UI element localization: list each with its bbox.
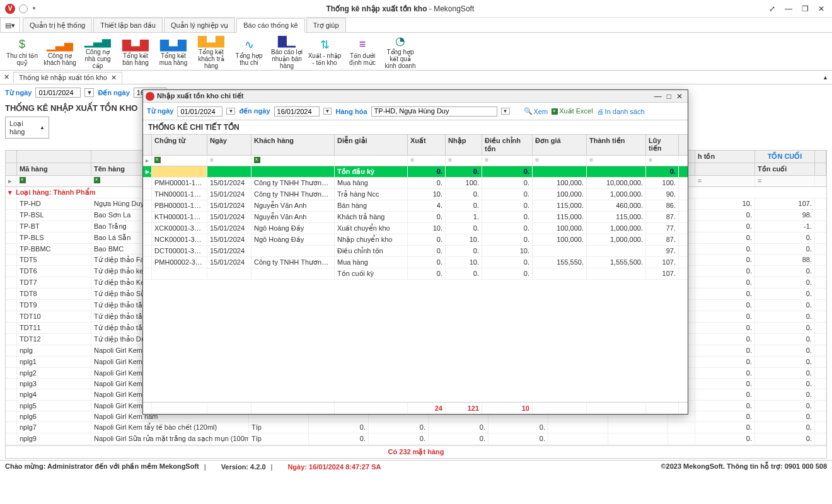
- excel-filter-icon[interactable]: [254, 157, 260, 163]
- ribbon-button[interactable]: ▇▃▇Tổng kết khách trả hàng: [193, 32, 229, 71]
- group-by-selector[interactable]: Loại hàng▲: [5, 117, 49, 139]
- ribbon-button[interactable]: ▇▃▇Tổng kết mua hàng: [155, 36, 192, 67]
- detail-from-input[interactable]: [177, 106, 222, 117]
- excel-icon: [552, 108, 558, 115]
- ribbon-label: Tổng kết bán hàng: [118, 52, 153, 66]
- menu-tab[interactable]: Quản trị hệ thống: [23, 18, 92, 32]
- ribbon-button[interactable]: ▁▃▅Công nợ khách hàng: [42, 36, 78, 67]
- chevron-up-icon: ▲: [40, 125, 45, 130]
- ribbon-icon: ∿: [232, 37, 266, 52]
- ribbon-icon: ⇅: [308, 37, 342, 52]
- from-date-input[interactable]: [35, 88, 81, 98]
- table-row[interactable]: nplg9Napoli Girl Sữa rửa mặt trắng da sạ…: [6, 433, 826, 445]
- detail-minimize-icon[interactable]: —: [652, 92, 664, 101]
- detail-grid-filter[interactable]: ▸ = === ===: [143, 156, 688, 166]
- ribbon-button[interactable]: ∿Tổng hợp thu chi: [231, 36, 267, 67]
- search-icon: 🔍: [524, 107, 533, 115]
- detail-close-icon[interactable]: ✕: [674, 92, 685, 101]
- ribbon-icon: ▁▃▅: [81, 33, 115, 49]
- print-button[interactable]: 🖨In danh sách: [597, 108, 645, 115]
- ribbon-icon: ◔: [383, 33, 417, 49]
- ribbon-icon: ▇▃▇: [118, 37, 153, 52]
- tab-overflow-icon[interactable]: ▲: [823, 74, 828, 81]
- menu-tab[interactable]: Thiết lập ban đầu: [93, 18, 163, 32]
- dcol-n[interactable]: Nhập: [446, 135, 482, 155]
- chevron-down-icon[interactable]: ▼: [32, 6, 37, 11]
- to-date-label: Đến ngày: [98, 89, 129, 97]
- close-icon[interactable]: ✕: [816, 3, 827, 14]
- detail-to-input[interactable]: [274, 106, 320, 117]
- menu-bar: ▤▾ Quản trị hệ thốngThiết lập ban đầuQuả…: [0, 18, 832, 33]
- col-tonkho-group[interactable]: h tồn: [695, 151, 755, 163]
- status-bar: Chào mừng: Administrator đến với phần mề…: [0, 460, 832, 472]
- ribbon-icon: ≡: [345, 37, 379, 52]
- excel-filter-icon[interactable]: [154, 157, 161, 163]
- detail-row[interactable]: PMH00002-3008...15/01/2024Công ty TNHH T…: [143, 257, 688, 268]
- from-date-dropdown-icon[interactable]: ▼: [84, 88, 94, 97]
- minimize-icon[interactable]: —: [782, 3, 795, 14]
- col-toncuoi[interactable]: Tồn cuối: [755, 163, 815, 175]
- dcol-kh[interactable]: Khách hàng: [251, 135, 335, 155]
- col-ma[interactable]: Mã hàng: [17, 163, 91, 175]
- window-titlebar: V ▼ Thống kê nhập xuất tồn kho - MekongS…: [0, 0, 832, 18]
- collapse-ribbon-icon[interactable]: ⤢: [766, 3, 778, 14]
- export-excel-button[interactable]: Xuất Excel: [552, 107, 592, 115]
- menu-tab[interactable]: Báo cáo thống kê: [236, 18, 305, 33]
- dcol-ct[interactable]: Chứng từ: [152, 135, 207, 155]
- view-button[interactable]: 🔍Xem: [524, 107, 548, 115]
- detail-row[interactable]: DCT00001-300...15/01/2024Điều chỉnh tồn0…: [143, 246, 688, 257]
- detail-row[interactable]: PBH00001-1907...15/01/2024Nguyễn Văn Anh…: [143, 200, 688, 212]
- from-date-label: Từ ngày: [5, 89, 32, 97]
- tab-close-icon[interactable]: ✕: [111, 74, 117, 81]
- ribbon-button[interactable]: ▇▁Báo cáo lợi nhuận bán hàng: [269, 32, 305, 71]
- quick-access-icon[interactable]: [19, 4, 28, 13]
- detail-row[interactable]: THN00001-1907...15/01/2024Công ty TNHH T…: [143, 189, 688, 200]
- detail-title: Nhập xuất tồn kho chi tiết: [157, 92, 652, 100]
- ribbon-button[interactable]: ≡Tồn dưới định mức: [344, 36, 381, 67]
- status-welcome: Chào mừng: Administrator đến với phần mề…: [5, 462, 199, 471]
- ribbon-label: Thu chi tồn quỹ: [5, 52, 39, 66]
- window-title: Thống kê nhập xuất tồn kho - MekongSoft: [37, 4, 764, 13]
- dcol-ng[interactable]: Ngày: [207, 135, 251, 155]
- dcol-dc[interactable]: Điều chỉnh tồn: [482, 135, 533, 155]
- detail-row[interactable]: NCK00001-3008...15/01/2024Ngô Hoàng ĐầyN…: [143, 234, 688, 246]
- ribbon-button[interactable]: ▇▃▇Tổng kết bán hàng: [117, 36, 154, 67]
- detail-grid-total: 24 121 10: [143, 402, 688, 414]
- ribbon-button[interactable]: ⇅Xuất - nhập - tồn kho: [306, 36, 343, 67]
- dcol-don[interactable]: Đơn giá: [533, 135, 587, 155]
- ribbon-button[interactable]: ▁▃▅Công nợ nhà cung cấp: [79, 32, 116, 71]
- ribbon-button[interactable]: ◔Tổng hợp kết quả kinh doanh: [382, 32, 419, 71]
- app-icon: [146, 92, 154, 101]
- menu-tab[interactable]: Trợ giúp: [306, 18, 346, 32]
- col-toncuoi-group[interactable]: TỒN CUỐI: [755, 151, 815, 163]
- detail-prod-label: Hàng hóa: [335, 108, 367, 115]
- tab-inventory-report[interactable]: Thống kê nhập xuất tồn kho✕: [13, 72, 122, 83]
- dcol-dg[interactable]: Diễn giải: [335, 135, 408, 155]
- ribbon-button[interactable]: $Thu chi tồn quỹ: [4, 36, 40, 67]
- excel-filter-icon[interactable]: [94, 177, 100, 183]
- chevron-down-icon[interactable]: ▼: [226, 108, 235, 115]
- detail-row[interactable]: KTH00001-1907...15/01/2024Nguyễn Văn Anh…: [143, 212, 688, 223]
- close-all-tabs-icon[interactable]: ✕: [4, 73, 9, 81]
- maximize-icon[interactable]: ❐: [799, 3, 811, 14]
- chevron-down-icon[interactable]: ▼: [501, 108, 510, 115]
- detail-subtitle: THỐNG KÊ CHI TIẾT TỒN: [143, 120, 688, 134]
- table-row[interactable]: nplg7Napoli Girl Kem tẩy tế bào chết (12…: [6, 422, 826, 433]
- dcol-tt[interactable]: Thành tiền: [587, 135, 646, 155]
- dcol-x[interactable]: Xuất: [408, 135, 446, 155]
- detail-prod-input[interactable]: [371, 106, 497, 117]
- detail-row[interactable]: XCK00001-3008...15/01/2024Ngô Hoàng ĐầyX…: [143, 223, 688, 234]
- detail-row[interactable]: PMH00001-1907...15/01/2024Công ty TNHH T…: [143, 178, 688, 189]
- dcol-lt[interactable]: Lũy tiến: [646, 135, 679, 155]
- ribbon-icon: ▁▃▅: [43, 37, 77, 52]
- chevron-down-icon[interactable]: ▼: [323, 108, 332, 115]
- detail-row[interactable]: ▸Tồn đầu kỳ0.0.0.0.: [143, 166, 688, 178]
- col-tonkho[interactable]: [695, 163, 755, 175]
- file-menu-icon[interactable]: ▤▾: [0, 18, 20, 32]
- excel-filter-icon[interactable]: [20, 177, 26, 183]
- detail-row[interactable]: Tồn cuối kỳ0.0.0.107.: [143, 268, 688, 280]
- detail-maximize-icon[interactable]: □: [664, 92, 674, 101]
- detail-filter-row: Từ ngày ▼ đến ngày ▼ Hàng hóa ▼ 🔍Xem Xuấ…: [143, 103, 688, 120]
- ribbon-label: Công nợ khách hàng: [43, 52, 77, 66]
- menu-tab[interactable]: Quản lý nghiệp vụ: [164, 18, 235, 32]
